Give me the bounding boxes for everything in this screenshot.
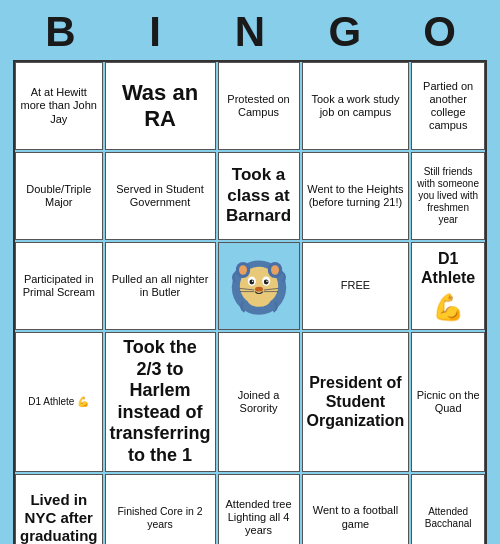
cell-r3c4[interactable]: Picnic on the Quad bbox=[411, 332, 485, 472]
letter-g: G bbox=[300, 8, 390, 56]
cell-r1c2[interactable]: Took a class at Barnard bbox=[218, 152, 300, 240]
letter-i: I bbox=[110, 8, 200, 56]
letter-o: O bbox=[395, 8, 485, 56]
d1-athlete-label: D1Athlete bbox=[421, 249, 475, 287]
cell-r2c4[interactable]: D1Athlete 💪 bbox=[411, 242, 485, 330]
svg-point-12 bbox=[255, 287, 263, 292]
cell-r0c1[interactable]: Was an RA bbox=[105, 62, 216, 150]
cell-r2c0[interactable]: Participated in Primal Scream bbox=[15, 242, 103, 330]
cell-r2c1[interactable]: Pulled an all nighter in Butler bbox=[105, 242, 216, 330]
bingo-card: B I N G O At at Hewitt more than John Ja… bbox=[5, 0, 495, 544]
letter-n: N bbox=[205, 8, 295, 56]
cell-r2c2-free[interactable] bbox=[218, 242, 300, 330]
svg-point-10 bbox=[251, 280, 253, 282]
cell-r1c0[interactable]: Double/Triple Major bbox=[15, 152, 103, 240]
cell-r4c1[interactable]: Finished Core in 2 years bbox=[105, 474, 216, 544]
bingo-header: B I N G O bbox=[13, 8, 487, 56]
cell-r2c3[interactable]: FREE bbox=[302, 242, 410, 330]
bingo-grid: At at Hewitt more than John Jay Was an R… bbox=[13, 60, 487, 544]
cell-r0c0[interactable]: At at Hewitt more than John Jay bbox=[15, 62, 103, 150]
cell-r4c3[interactable]: Went to a football game bbox=[302, 474, 410, 544]
letter-b: B bbox=[15, 8, 105, 56]
muscle-icon: 💪 bbox=[432, 292, 464, 323]
svg-point-11 bbox=[266, 280, 268, 282]
cell-r3c3[interactable]: President of Student Organization bbox=[302, 332, 410, 472]
svg-point-8 bbox=[249, 280, 254, 285]
cell-r4c4[interactable]: Attended Bacchanal bbox=[411, 474, 485, 544]
lion-icon bbox=[219, 246, 299, 326]
cell-r1c3[interactable]: Went to the Heights (before turning 21!) bbox=[302, 152, 410, 240]
cell-r4c2[interactable]: Attended tree Lighting all 4 years bbox=[218, 474, 300, 544]
cell-r0c2[interactable]: Protested on Campus bbox=[218, 62, 300, 150]
cell-r3c1[interactable]: Took the 2/3 to Harlem instead of transf… bbox=[105, 332, 216, 472]
cell-r0c4[interactable]: Partied on another college campus bbox=[411, 62, 485, 150]
svg-point-4 bbox=[239, 265, 247, 275]
cell-r1c4[interactable]: Still friends with someone you lived wit… bbox=[411, 152, 485, 240]
cell-r0c3[interactable]: Took a work study job on campus bbox=[302, 62, 410, 150]
cell-r3c0[interactable]: D1 Athlete 💪 bbox=[15, 332, 103, 472]
cell-r4c0[interactable]: Lived in NYC after graduating bbox=[15, 474, 103, 544]
cell-r3c2[interactable]: Joined a Sorority bbox=[218, 332, 300, 472]
svg-point-5 bbox=[271, 265, 279, 275]
svg-point-9 bbox=[263, 280, 268, 285]
cell-r1c1[interactable]: Served in Student Government bbox=[105, 152, 216, 240]
